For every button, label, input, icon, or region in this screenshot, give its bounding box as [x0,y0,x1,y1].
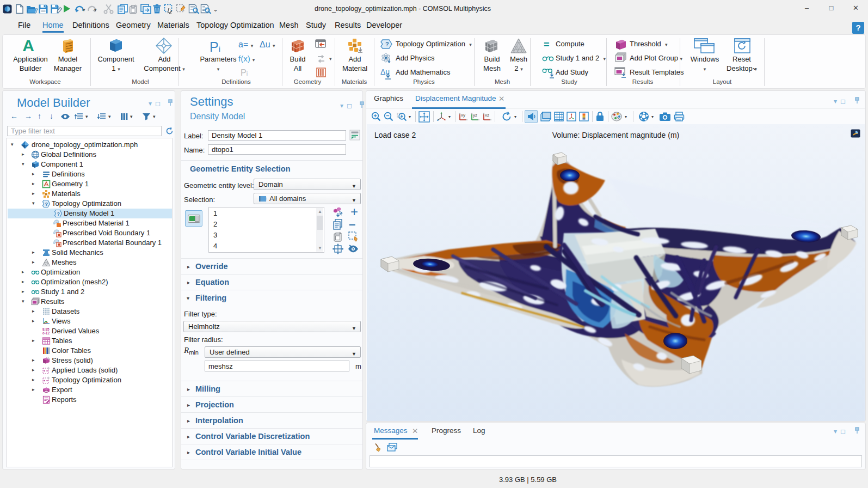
svg-text:?: ? [45,202,48,207]
svg-text:e-12: e-12 [42,331,50,335]
svg-text:?: ? [57,211,60,217]
svg-text:xz: xz [485,113,489,118]
svg-text:?: ? [385,41,389,47]
svg-text:8.85: 8.85 [42,327,50,331]
svg-text:yz: yz [473,113,477,118]
svg-text:xy: xy [461,113,465,118]
